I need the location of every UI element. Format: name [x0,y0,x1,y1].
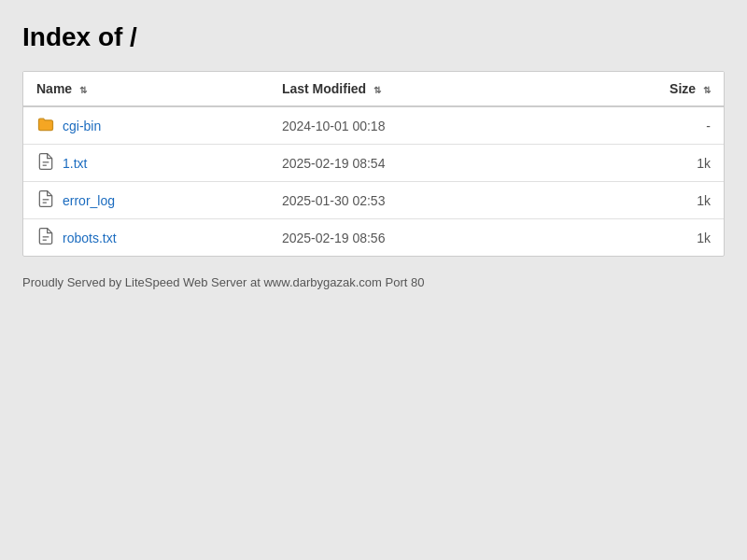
file-link[interactable]: robots.txt [36,227,256,248]
file-name-cell: cgi-bin [23,106,269,145]
file-table-container: Name ⇅ Last Modified ⇅ Size ⇅ cgi-bin202… [22,71,725,257]
file-table: Name ⇅ Last Modified ⇅ Size ⇅ cgi-bin202… [23,72,724,256]
table-row: error_log2025-01-30 02:531k [23,182,724,219]
modified-sort-icon: ⇅ [374,85,381,95]
file-icon [36,227,55,248]
file-name-label: cgi-bin [63,119,101,133]
folder-icon [36,115,55,136]
file-name-cell: 1.txt [23,145,269,182]
table-row: robots.txt2025-02-19 08:561k [23,219,724,257]
table-header-row: Name ⇅ Last Modified ⇅ Size ⇅ [23,72,724,106]
file-link[interactable]: 1.txt [36,152,256,174]
file-date-cell: 2025-02-19 08:56 [269,219,569,257]
col-header-name[interactable]: Name ⇅ [23,72,269,106]
file-size-cell: 1k [569,182,724,219]
file-name-label: robots.txt [63,231,117,245]
name-sort-icon: ⇅ [79,85,87,95]
file-name-label: error_log [63,193,115,208]
file-date-cell: 2025-02-19 08:54 [269,145,569,182]
file-size-cell: - [569,106,724,145]
file-name-cell: error_log [23,182,269,219]
size-sort-icon: ⇅ [703,85,711,95]
table-row: 1.txt2025-02-19 08:541k [23,145,724,182]
file-date-cell: 2025-01-30 02:53 [269,182,569,219]
file-name-cell: robots.txt [23,219,269,257]
col-header-size[interactable]: Size ⇅ [569,72,724,106]
footer-text: Proudly Served by LiteSpeed Web Server a… [0,257,747,308]
file-icon [36,189,55,211]
file-name-label: 1.txt [63,156,87,171]
file-link[interactable]: error_log [36,189,256,211]
table-row: cgi-bin2024-10-01 00:18- [23,106,724,145]
file-link[interactable]: cgi-bin [36,115,256,136]
file-size-cell: 1k [569,145,724,182]
file-date-cell: 2024-10-01 00:18 [269,106,569,145]
page-title: Index of / [0,0,747,71]
file-icon [36,152,55,174]
col-header-last-modified[interactable]: Last Modified ⇅ [269,72,569,106]
file-size-cell: 1k [569,219,724,257]
